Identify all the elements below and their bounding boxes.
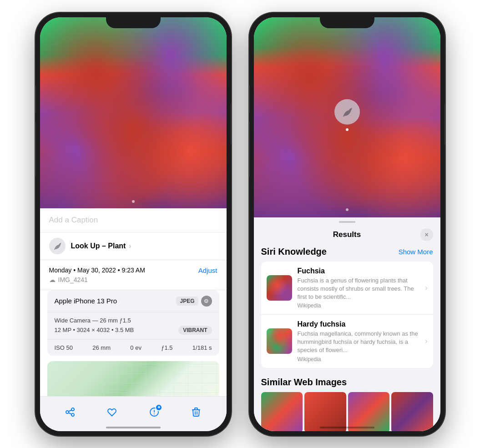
lookup-row[interactable]: Look Up – Plant › bbox=[40, 232, 227, 260]
sheet-header: Results × bbox=[254, 227, 440, 247]
exif-ev: 0 ev bbox=[130, 344, 141, 351]
sheet-content: Siri Knowledge Show More Fuchsia Fuchsia… bbox=[254, 247, 440, 431]
flower-photo-right[interactable] bbox=[254, 17, 440, 217]
lookup-chevron: › bbox=[129, 242, 131, 250]
info-button[interactable]: ✦ bbox=[144, 402, 164, 422]
flower-photo[interactable] bbox=[40, 17, 227, 208]
right-screen: Results × Siri Knowledge Show More bbox=[254, 17, 440, 431]
trash-icon bbox=[191, 407, 202, 418]
home-indicator bbox=[106, 427, 161, 428]
fuchsia-title: Fuchsia bbox=[298, 267, 420, 275]
vibrant-badge: VIBRANT bbox=[178, 326, 212, 335]
web-images-section: Similar Web Images bbox=[261, 377, 433, 431]
exif-aperture: ƒ1.5 bbox=[161, 344, 172, 351]
hardy-fuchsia-item[interactable]: Hardy fuchsia Fuchsia magellanica, commo… bbox=[261, 315, 433, 368]
results-sheet: Results × Siri Knowledge Show More bbox=[254, 217, 440, 431]
exif-shutter: 1/181 s bbox=[192, 344, 212, 351]
home-indicator-right bbox=[320, 427, 374, 428]
fuchsia-desc: Fuchsia is a genus of flowering plants t… bbox=[298, 277, 420, 302]
knowledge-card: Fuchsia Fuchsia is a genus of flowering … bbox=[261, 262, 433, 368]
lookup-icon bbox=[49, 238, 66, 254]
hardy-chevron: › bbox=[425, 337, 427, 345]
favorite-button[interactable] bbox=[102, 402, 122, 422]
web-image-3[interactable] bbox=[348, 392, 390, 431]
sheet-handle bbox=[339, 221, 355, 223]
adjust-button[interactable]: Adjust bbox=[198, 267, 217, 274]
device-badges: JPEG ⚙ bbox=[176, 296, 212, 307]
fuchsia-chevron: › bbox=[425, 284, 427, 292]
hardy-thumbnail bbox=[267, 328, 292, 354]
web-image-2[interactable] bbox=[304, 392, 346, 431]
share-button[interactable] bbox=[60, 402, 80, 422]
gear-icon[interactable]: ⚙ bbox=[201, 296, 212, 307]
device-row: Apple iPhone 13 Pro JPEG ⚙ bbox=[47, 290, 219, 312]
share-icon bbox=[65, 407, 76, 418]
fuchsia-source: Wikipedia bbox=[298, 302, 420, 309]
leaf-icon bbox=[53, 242, 62, 251]
exif-row: ISO 50 26 mm 0 ev ƒ1.5 1/181 s bbox=[47, 340, 219, 356]
device-name: Apple iPhone 13 Pro bbox=[55, 297, 117, 305]
hardy-text: Hardy fuchsia Fuchsia magellanica, commo… bbox=[298, 320, 420, 362]
heart-icon bbox=[106, 407, 117, 418]
meta-section: Monday • May 30, 2022 • 9:23 AM Adjust ☁… bbox=[40, 260, 227, 290]
web-images-grid bbox=[261, 392, 433, 431]
close-button[interactable]: × bbox=[420, 228, 433, 241]
lookup-dot bbox=[346, 128, 349, 131]
fuchsia-text: Fuchsia Fuchsia is a genus of flowering … bbox=[298, 267, 420, 309]
leaf-lookup-icon bbox=[341, 106, 353, 118]
bottom-toolbar: ✦ bbox=[40, 396, 227, 431]
show-more-button[interactable]: Show More bbox=[399, 248, 433, 256]
exif-focal: 26 mm bbox=[92, 344, 111, 351]
cloud-icon: ☁ bbox=[49, 276, 56, 283]
left-phone: Add a Caption Look Up – Plant › Mond bbox=[35, 13, 231, 436]
info-badge: ✦ bbox=[155, 404, 162, 411]
web-images-title: Similar Web Images bbox=[261, 377, 433, 388]
hardy-title: Hardy fuchsia bbox=[298, 320, 420, 328]
siri-knowledge-title: Siri Knowledge bbox=[261, 247, 327, 257]
notch-right bbox=[320, 13, 374, 28]
web-image-4[interactable] bbox=[391, 392, 433, 431]
caption-area[interactable]: Add a Caption bbox=[40, 208, 227, 232]
right-phone: Results × Siri Knowledge Show More bbox=[249, 13, 445, 436]
exif-iso: ISO 50 bbox=[55, 344, 73, 351]
filename: IMG_4241 bbox=[58, 276, 88, 283]
photo-date: Monday • May 30, 2022 • 9:23 AM bbox=[49, 267, 145, 274]
hardy-desc: Fuchsia magellanica, commonly known as t… bbox=[298, 330, 420, 355]
web-image-1[interactable] bbox=[261, 392, 303, 431]
left-screen: Add a Caption Look Up – Plant › Mond bbox=[40, 17, 227, 431]
info-section: Add a Caption Look Up – Plant › Mond bbox=[40, 208, 227, 396]
siri-knowledge-header: Siri Knowledge Show More bbox=[261, 247, 433, 257]
visual-lookup-button[interactable] bbox=[334, 99, 360, 125]
format-badge: JPEG bbox=[176, 297, 198, 306]
fuchsia-item[interactable]: Fuchsia Fuchsia is a genus of flowering … bbox=[261, 262, 433, 315]
lookup-label: Look Up – Plant › bbox=[71, 242, 131, 250]
delete-button[interactable] bbox=[186, 402, 206, 422]
camera-row: Wide Camera — 26 mm ƒ1.5 12 MP • 3024 × … bbox=[47, 312, 219, 340]
caption-placeholder: Add a Caption bbox=[49, 216, 98, 224]
map-section[interactable] bbox=[47, 361, 219, 396]
sheet-title: Results bbox=[274, 230, 420, 239]
notch bbox=[106, 13, 161, 28]
filename-row: ☁ IMG_4241 bbox=[49, 276, 217, 283]
camera-spec: Wide Camera — 26 mm ƒ1.5 bbox=[55, 317, 212, 324]
hardy-source: Wikipedia bbox=[298, 356, 420, 362]
device-section: Apple iPhone 13 Pro JPEG ⚙ Wide Camera —… bbox=[47, 290, 219, 356]
fuchsia-thumbnail bbox=[267, 275, 292, 301]
camera-mp: 12 MP • 3024 × 4032 • 3.5 MB bbox=[55, 327, 134, 333]
